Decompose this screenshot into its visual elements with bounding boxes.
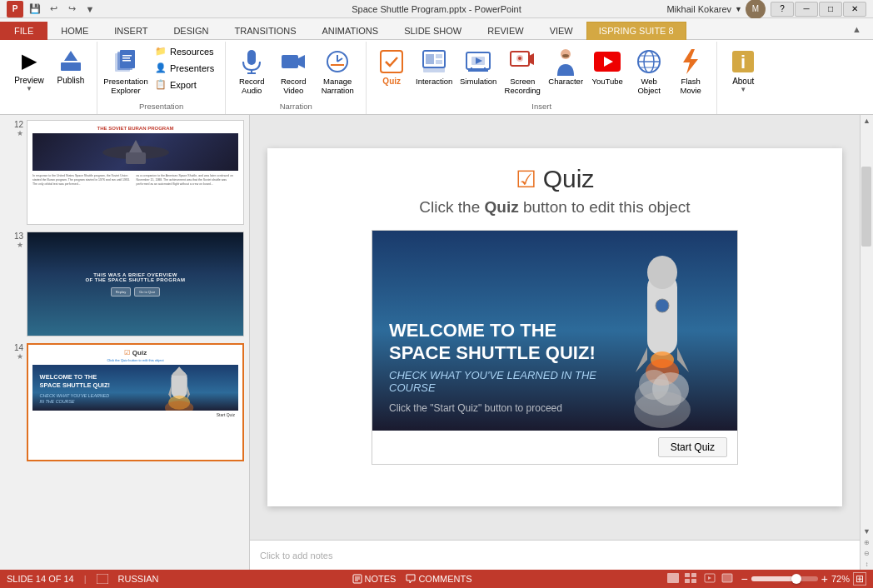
- right-panel-scroll-extra2[interactable]: ⊖: [862, 548, 871, 559]
- about-button[interactable]: i About ▼: [724, 43, 762, 100]
- maximize-button[interactable]: □: [819, 2, 842, 17]
- scroll-down-btn[interactable]: ▼: [861, 526, 873, 537]
- export-label: Export: [170, 80, 197, 90]
- character-button[interactable]: Character: [546, 43, 585, 100]
- main-quiz-header: ☑ Quiz: [516, 165, 595, 193]
- svg-marker-1: [64, 51, 77, 61]
- slideshow-view-btn[interactable]: [720, 572, 735, 586]
- user-avatar[interactable]: M: [746, 0, 766, 19]
- close-button[interactable]: ✕: [843, 2, 866, 17]
- publish-button[interactable]: Publish: [52, 43, 90, 100]
- simulation-button[interactable]: Simulation: [458, 43, 498, 100]
- ribbon-group-presentation-content: Presentation Explorer 📁 Resources 👤 Pres…: [104, 43, 218, 100]
- ribbon-group-presentation-label: Presentation: [104, 100, 218, 112]
- redo-quick-btn[interactable]: ↪: [63, 1, 80, 17]
- scroll-up-btn[interactable]: ▲: [861, 115, 873, 127]
- slide-13-star: ★: [17, 241, 23, 249]
- zoom-out-btn[interactable]: −: [741, 572, 748, 586]
- start-quiz-button[interactable]: Start Quiz: [658, 437, 727, 457]
- slide-item-13[interactable]: 13 ★ THIS WAS A BRIEF OVERVIEWOF THE SPA…: [3, 230, 246, 338]
- slide-14-number: 14: [14, 343, 23, 352]
- record-video-button[interactable]: Record Video: [274, 43, 312, 100]
- quiz-icon: [377, 47, 407, 77]
- presenters-button[interactable]: 👤 Presenters: [151, 60, 218, 76]
- svg-marker-77: [708, 576, 711, 580]
- help-button[interactable]: ?: [771, 2, 794, 17]
- presentation-sub-group: 📁 Resources 👤 Presenters 📋 Export: [151, 43, 218, 92]
- tab-ispring[interactable]: ISPRING SUITE 8: [586, 22, 686, 40]
- flash-movie-button[interactable]: Flash Movie: [671, 43, 710, 100]
- tab-home[interactable]: HOME: [48, 22, 101, 40]
- normal-view-btn[interactable]: [666, 572, 681, 586]
- customize-quick-btn[interactable]: ▼: [82, 1, 98, 17]
- reading-view-btn[interactable]: [702, 572, 717, 586]
- tab-view[interactable]: VIEW: [537, 22, 586, 40]
- screen-recording-button[interactable]: Screen Recording: [501, 43, 543, 100]
- ribbon-group-narration: Record Audio Record Video: [226, 42, 367, 114]
- zoom-slider-thumb[interactable]: [791, 574, 801, 584]
- web-object-button[interactable]: Web Object: [630, 43, 668, 100]
- svg-point-59: [656, 299, 669, 312]
- minimize-button[interactable]: ─: [795, 2, 818, 17]
- scroll-thumb[interactable]: [861, 167, 871, 247]
- ribbon-group-about-content: i About ▼: [724, 43, 762, 100]
- youtube-label: YouTube: [592, 77, 623, 86]
- slide-canvas-area[interactable]: ☑ Quiz Click the Quiz button to edit thi…: [250, 115, 860, 540]
- ribbon-collapse-btn[interactable]: ▲: [847, 22, 866, 36]
- youtube-button[interactable]: YouTube: [588, 43, 626, 100]
- svg-text:CHECK WHAT YOU'VE LEARNED: CHECK WHAT YOU'VE LEARNED: [40, 393, 110, 398]
- zoom-slider[interactable]: [751, 576, 818, 581]
- undo-quick-btn[interactable]: ↩: [45, 1, 62, 17]
- right-scrollbar[interactable]: ▲ ▼ ⊕ ⊖ ↕: [860, 115, 873, 570]
- right-panel-scroll-extra[interactable]: ⊕: [862, 537, 871, 548]
- slide-12-text-cols: In response to the United States Space S…: [32, 174, 238, 187]
- slide-item-12[interactable]: 12 ★ THE SOVIET BURAN PROGRAM: [3, 118, 246, 227]
- quiz-button[interactable]: Quiz: [373, 43, 410, 100]
- svg-text:SPACE SHUTTLE QUIZ!: SPACE SHUTTLE QUIZ!: [40, 381, 110, 389]
- svg-rect-19: [423, 67, 445, 72]
- interaction-button[interactable]: Interaction: [413, 43, 455, 100]
- zoom-controls: − + 72% ⊞: [741, 572, 866, 586]
- resources-button[interactable]: 📁 Resources: [151, 43, 218, 59]
- tab-animations[interactable]: ANIMATIONS: [310, 22, 392, 40]
- tab-insert[interactable]: INSERT: [102, 22, 160, 40]
- export-button[interactable]: 📋 Export: [151, 77, 218, 92]
- user-dropdown-icon[interactable]: ▼: [735, 5, 742, 13]
- save-quick-btn[interactable]: 💾: [27, 1, 43, 17]
- slide-14-quiz-title: Quiz: [132, 349, 147, 356]
- slide-sorter-btn[interactable]: [683, 572, 700, 586]
- manage-narration-button[interactable]: Manage Narration: [316, 43, 359, 100]
- slide-item-14[interactable]: 14 ★ ☑ Quiz Click the Quiz button to edi…: [3, 341, 246, 463]
- right-panel-scroll-extra3[interactable]: ↕: [864, 559, 871, 570]
- svg-rect-11: [282, 55, 298, 68]
- record-video-label: Record Video: [277, 77, 310, 96]
- svg-text:IN THE COURSE: IN THE COURSE: [40, 399, 75, 404]
- preview-button[interactable]: ▶ Preview ▼: [10, 43, 48, 100]
- record-audio-button[interactable]: Record Audio: [232, 43, 271, 100]
- notes-area[interactable]: Click to add notes: [250, 540, 860, 570]
- comments-status-btn[interactable]: COMMENTS: [406, 574, 471, 584]
- presentation-explorer-icon: [111, 47, 141, 77]
- slide-panel[interactable]: 12 ★ THE SOVIET BURAN PROGRAM: [0, 115, 250, 570]
- svg-text:WELCOME TO THE: WELCOME TO THE: [40, 373, 97, 381]
- ribbon-group-narration-label: Narration: [232, 100, 359, 112]
- tab-design[interactable]: DESIGN: [161, 22, 221, 40]
- zoom-in-btn[interactable]: +: [821, 572, 828, 586]
- slide-thumb-13[interactable]: THIS WAS A BRIEF OVERVIEWOF THE SPACE SH…: [27, 232, 244, 336]
- resources-label: Resources: [170, 47, 214, 57]
- tab-review[interactable]: REVIEW: [475, 22, 536, 40]
- slide-thumb-14[interactable]: ☑ Quiz Click the Quiz button to edit thi…: [27, 343, 244, 461]
- slide-thumb-12[interactable]: THE SOVIET BURAN PROGRAM In response to …: [27, 120, 244, 225]
- quiz-welcome-text: WELCOME TO THE SPACE SHUTTLE QUIZ!: [389, 320, 622, 364]
- tab-slideshow[interactable]: SLIDE SHOW: [392, 22, 474, 40]
- presentation-explorer-button[interactable]: Presentation Explorer: [104, 43, 147, 100]
- quiz-preview-inner: WELCOME TO THE SPACE SHUTTLE QUIZ! CHECK…: [372, 231, 737, 431]
- tab-file[interactable]: FILE: [0, 22, 47, 40]
- zoom-fit-btn[interactable]: ⊞: [853, 572, 866, 586]
- slide-14-quiz-sub: Click the Quiz button to edit this objec…: [32, 358, 238, 362]
- tab-transitions[interactable]: TRANSITIONS: [222, 22, 309, 40]
- quiz-preview-box: WELCOME TO THE SPACE SHUTTLE QUIZ! CHECK…: [372, 230, 738, 465]
- notes-status-btn[interactable]: NOTES: [352, 574, 397, 584]
- preview-arrow-icon: ▼: [26, 85, 32, 92]
- slide-14-star: ★: [17, 352, 23, 361]
